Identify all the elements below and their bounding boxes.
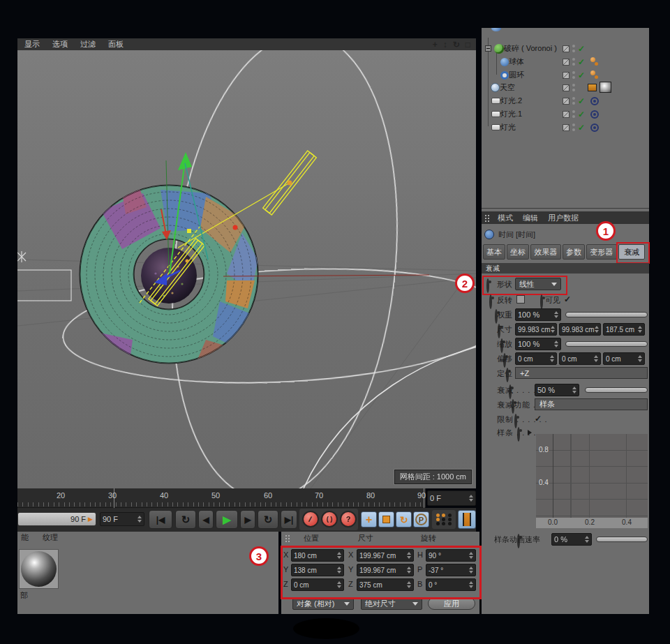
object-row[interactable]: 灯光 ✓	[482, 121, 649, 134]
timeline-range-slider[interactable]: 90 F ▶	[17, 512, 96, 526]
target-tag-icon[interactable]	[590, 110, 599, 119]
clamp-check-icon[interactable]: ✓	[535, 414, 542, 424]
viewport-menu-panel[interactable]: 面板	[108, 39, 124, 50]
position-z-field[interactable]: 0 cm	[291, 578, 344, 591]
object-row[interactable]: 天空	[482, 81, 649, 94]
layer-toggle-icon[interactable]	[563, 72, 570, 79]
filmstrip-button[interactable]	[458, 510, 476, 529]
play-preview-button[interactable]: ↻	[175, 510, 196, 529]
object-row[interactable]: 球体 ✓	[482, 55, 649, 68]
keyframe-selection-button[interactable]: ?	[340, 511, 357, 527]
light-icon[interactable]	[491, 111, 500, 117]
spline-rate-slider[interactable]	[596, 537, 648, 542]
current-frame-field[interactable]: 90 F	[100, 512, 144, 526]
visibility-dots-icon[interactable]	[572, 45, 575, 47]
record-parameter-button[interactable]: P	[413, 511, 429, 527]
panel-grip-icon[interactable]	[285, 534, 291, 542]
size-z-field[interactable]: 375 cm	[357, 578, 414, 591]
rotate-view-icon[interactable]: ↻	[453, 40, 460, 50]
sky-material-tag-icon[interactable]	[600, 82, 611, 93]
visibility-dots-icon[interactable]	[572, 110, 575, 113]
animation-dot-icon[interactable]	[489, 294, 492, 309]
falloff-function-dropdown[interactable]: 样条	[535, 398, 648, 410]
enabled-check-icon[interactable]: ✓	[578, 70, 585, 80]
compositing-tag-icon[interactable]	[588, 84, 597, 91]
spline-rate-field[interactable]: 0 %	[551, 533, 592, 546]
dolly-icon[interactable]: ↕	[443, 40, 447, 50]
attr-menu-edit[interactable]: 编辑	[523, 213, 538, 223]
position-x-field[interactable]: 180 cm	[291, 549, 344, 562]
offset-z-field[interactable]: 0 cm	[603, 352, 645, 365]
record-key-button[interactable]: /	[302, 511, 319, 527]
object-label[interactable]: 球体	[509, 57, 524, 67]
target-tag-icon[interactable]	[590, 97, 599, 105]
falloff-size-z-field[interactable]: 187.5 cm	[603, 323, 645, 336]
viewport-menu-options[interactable]: 选项	[52, 39, 68, 50]
record-position-button[interactable]: +	[361, 511, 377, 527]
falloff-section-header[interactable]: 衰减	[482, 263, 649, 274]
weight-slider[interactable]	[565, 312, 648, 317]
spline-graph[interactable]: 0.8 0.4 0.0 0.2 0.4	[536, 434, 648, 528]
stepper-icon[interactable]	[137, 516, 142, 523]
object-row[interactable]: 圆环 ✓	[482, 68, 649, 82]
material-menu-texture[interactable]: 纹理	[43, 532, 58, 543]
record-rotation-button[interactable]: ↻	[396, 511, 412, 527]
previous-frame-button[interactable]: ◀	[198, 510, 214, 529]
spline-expander-icon[interactable]	[528, 430, 532, 435]
layer-toggle-icon[interactable]	[563, 59, 570, 66]
tab-effector[interactable]: 效果器	[530, 244, 561, 260]
keying-dots-button[interactable]	[432, 510, 456, 529]
object-row[interactable]: 灯光.1 ✓	[482, 107, 649, 121]
light-icon[interactable]	[491, 98, 500, 104]
orientation-dropdown[interactable]: +Z	[515, 367, 648, 379]
visibility-dots-icon[interactable]	[572, 123, 575, 126]
object-label[interactable]: 破碎 ( Voronoi )	[504, 43, 557, 54]
object-label[interactable]: 天空	[500, 82, 515, 93]
timeline-ruler[interactable]: 20 30 40 50 60 70 80 90	[17, 488, 426, 508]
tab-falloff[interactable]: 衰减	[618, 244, 645, 260]
size-mode-dropdown[interactable]: 绝对尺寸	[361, 597, 422, 610]
viewport-menu-display[interactable]: 显示	[24, 39, 40, 50]
viewport-menu-filter[interactable]: 过滤	[80, 39, 96, 50]
stepper-icon[interactable]	[469, 495, 473, 502]
dynamics-tag-icon[interactable]	[590, 57, 595, 62]
shape-dropdown[interactable]: 线性	[515, 278, 561, 290]
sphere-icon[interactable]	[500, 58, 509, 66]
goto-start-button[interactable]: |◀	[149, 510, 172, 529]
playhead-marker[interactable]	[114, 488, 114, 508]
autokey-button[interactable]: ( )	[321, 511, 338, 527]
tab-parameter[interactable]: 参数	[563, 244, 585, 260]
layer-toggle-icon[interactable]	[563, 124, 570, 131]
material-name[interactable]: 部	[20, 590, 28, 601]
rotation-h-field[interactable]: 90 °	[426, 549, 476, 562]
size-y-field[interactable]: 199.967 cm	[357, 564, 414, 576]
enabled-check-icon[interactable]: ✓	[578, 96, 585, 106]
layer-toggle-icon[interactable]	[563, 84, 570, 91]
animation-dot-icon[interactable]	[540, 294, 543, 309]
layer-toggle-icon[interactable]	[563, 111, 570, 118]
object-row[interactable]: 灯光.2 ✓	[482, 94, 649, 107]
weight-field[interactable]: 100 %	[515, 308, 561, 321]
next-frame-button[interactable]: ▶	[240, 510, 255, 529]
scale-field[interactable]: 100 %	[515, 338, 561, 350]
coord-mode-dropdown[interactable]: 对象 (相对)	[292, 597, 354, 610]
enabled-check-icon[interactable]: ✓	[578, 57, 585, 67]
material-thumbnail[interactable]	[19, 549, 59, 589]
offset-x-field[interactable]: 0 cm	[515, 352, 557, 365]
visible-check-icon[interactable]: ✓	[564, 294, 571, 304]
enabled-check-icon[interactable]: ✓	[578, 44, 585, 54]
light-icon[interactable]	[491, 124, 500, 130]
range-end-marker[interactable]	[424, 488, 424, 508]
visibility-dots-icon[interactable]	[572, 58, 575, 61]
object-label[interactable]: 灯光.1	[500, 109, 522, 119]
collapse-icon[interactable]	[485, 45, 491, 52]
scale-slider[interactable]	[565, 341, 648, 347]
visibility-dots-icon[interactable]	[572, 97, 575, 100]
voronoi-fracture-icon[interactable]	[494, 44, 504, 54]
loop-button[interactable]: ↻	[258, 510, 278, 529]
viewport-canvas[interactable]: 网格间距 : 1000 cm	[17, 50, 476, 488]
enabled-check-icon[interactable]: ✓	[578, 123, 585, 133]
object-label[interactable]: 圆环	[509, 70, 524, 80]
sky-icon[interactable]	[491, 83, 500, 92]
tab-coord[interactable]: 坐标	[507, 244, 529, 260]
